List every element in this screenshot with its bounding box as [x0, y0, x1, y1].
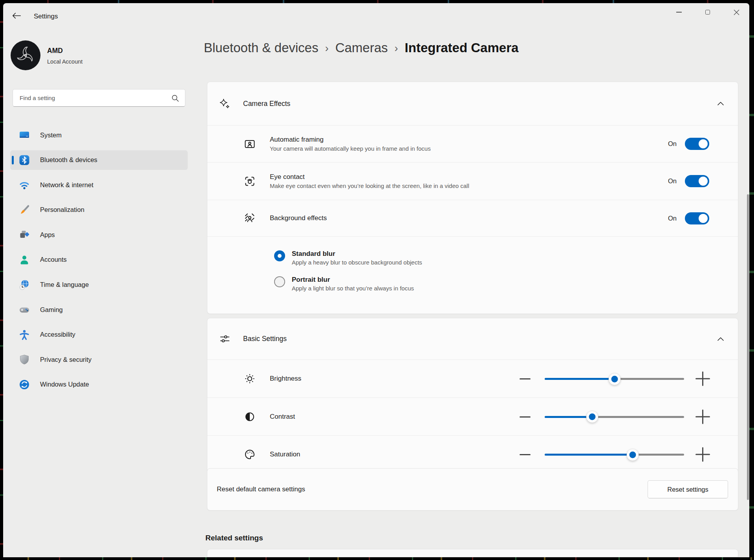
sidebar-item-windows-update[interactable]: Windows Update [10, 375, 188, 394]
radio-title: Portrait blur [292, 276, 414, 284]
decrease-button[interactable] [520, 416, 531, 418]
settings-window: Settings AMD Local Account Find a settin… [3, 3, 749, 557]
maximize-button[interactable] [699, 5, 717, 20]
sparkle-icon [220, 99, 230, 109]
toggle-knob [699, 139, 708, 148]
setting-title: Automatic framing [270, 136, 431, 144]
personalization-icon [19, 204, 30, 215]
setting-title: Eye contact [270, 173, 469, 181]
breadcrumb: Bluetooth & devices › Cameras › Integrat… [204, 37, 518, 59]
slider-label: Brightness [270, 375, 301, 383]
slider-knob[interactable] [608, 373, 620, 385]
decrease-button[interactable] [520, 378, 531, 379]
contrast-slider[interactable] [545, 416, 684, 418]
camera-effects-header[interactable]: Camera Effects [207, 82, 738, 125]
radio-subtitle: Apply a light blur so that you’re always… [292, 285, 414, 292]
increase-button[interactable] [695, 447, 710, 462]
saturation-slider[interactable] [545, 454, 684, 456]
toggle-state-label: On [668, 177, 677, 185]
portrait-blur-radio[interactable] [274, 276, 285, 287]
breadcrumb-bluetooth-devices[interactable]: Bluetooth & devices [204, 40, 318, 55]
reset-settings-button[interactable]: Reset settings [648, 480, 728, 498]
related-settings-heading: Related settings [205, 534, 263, 542]
slider-knob[interactable] [626, 449, 639, 461]
background-effects-toggle[interactable] [685, 212, 709, 224]
close-button[interactable] [727, 5, 745, 20]
chevron-right-icon: › [395, 42, 398, 55]
toggle-state-label: On [668, 215, 677, 222]
slider-fill [545, 378, 615, 380]
saturation-icon [244, 449, 256, 460]
time-language-icon [19, 279, 30, 290]
sidebar-item-privacy-security[interactable]: Privacy & security [10, 350, 188, 369]
sidebar-item-accessibility[interactable]: Accessibility [10, 325, 188, 345]
toggle-state-label: On [668, 140, 677, 148]
page-title: Integrated Camera [405, 40, 519, 55]
portrait-blur-option[interactable]: Portrait blur Apply a light blur so that… [274, 276, 738, 292]
brightness-slider[interactable] [545, 378, 684, 380]
gaming-icon [19, 304, 30, 315]
brightness-row: Brightness [207, 359, 738, 398]
chevron-right-icon: › [325, 42, 329, 55]
sidebar-nav: System Bluetooth & devices Network & int… [10, 125, 188, 400]
eye-contact-toggle[interactable] [685, 175, 709, 187]
slider-fill [545, 454, 633, 456]
account-name: AMD [47, 47, 63, 55]
camera-effects-card: Camera Effects Automatic framing Your ca… [207, 82, 738, 314]
sidebar-item-system[interactable]: System [10, 125, 188, 145]
maximize-icon [705, 10, 710, 15]
slider-knob[interactable] [586, 411, 598, 423]
window-title: Settings [34, 13, 58, 20]
network-icon [19, 179, 30, 190]
account-type: Local Account [47, 58, 82, 65]
sidebar-item-time-language[interactable]: Time & language [10, 275, 188, 295]
background-effects-icon [244, 212, 256, 224]
minimize-button[interactable] [670, 5, 688, 20]
arrow-left-icon [11, 11, 22, 20]
desktop-edge-top [0, 0, 754, 3]
sidebar-item-accounts[interactable]: Accounts [10, 250, 188, 270]
decrease-button[interactable] [520, 454, 531, 455]
bluetooth-icon [19, 155, 30, 166]
sliders-icon [220, 334, 230, 344]
breadcrumb-cameras[interactable]: Cameras [335, 40, 388, 55]
sidebar-item-gaming[interactable]: Gaming [10, 300, 188, 319]
eye-contact-row: Eye contact Make eye contact even when y… [207, 162, 738, 200]
increase-button[interactable] [695, 372, 710, 386]
automatic-framing-toggle[interactable] [685, 138, 709, 150]
desktop-edge-bottom [0, 557, 754, 560]
standard-blur-radio[interactable] [274, 250, 285, 261]
scrollbar-thumb[interactable] [747, 194, 749, 500]
back-button[interactable] [9, 9, 24, 22]
radio-subtitle: Apply a heavy blur to obscure background… [292, 259, 422, 266]
automatic-framing-row: Automatic framing Your camera will autom… [207, 125, 738, 162]
saturation-row: Saturation [207, 435, 738, 473]
basic-settings-header[interactable]: Basic Settings [207, 318, 738, 359]
reset-card: Reset default camera settings Reset sett… [207, 468, 738, 511]
system-icon [19, 130, 30, 140]
brightness-icon [244, 373, 256, 385]
sidebar-item-personalization[interactable]: Personalization [10, 200, 188, 220]
accounts-icon [19, 254, 30, 265]
sidebar-item-bluetooth-devices[interactable]: Bluetooth & devices [10, 150, 188, 170]
chevron-up-icon[interactable] [717, 102, 724, 106]
desktop-edge-left [0, 0, 3, 560]
sidebar-item-apps[interactable]: Apps [10, 225, 188, 244]
standard-blur-option[interactable]: Standard blur Apply a heavy blur to obsc… [274, 250, 738, 266]
setting-title: Background effects [270, 214, 327, 222]
section-title: Basic Settings [243, 335, 287, 343]
contrast-icon [244, 411, 256, 423]
search-input[interactable]: Find a setting [13, 89, 185, 107]
chevron-up-icon[interactable] [717, 337, 724, 341]
avatar[interactable] [11, 40, 40, 70]
basic-settings-card: Basic Settings Brightness [207, 318, 738, 473]
slider-label: Saturation [270, 451, 300, 458]
sidebar-item-network-internet[interactable]: Network & internet [10, 175, 188, 195]
setting-subtitle: Your camera will automatically keep you … [270, 145, 431, 152]
increase-button[interactable] [695, 409, 710, 424]
search-placeholder: Find a setting [20, 95, 171, 101]
automatic-framing-icon [244, 138, 256, 150]
section-title: Camera Effects [243, 100, 290, 108]
background-effects-row: Background effects On [207, 200, 738, 236]
blur-options: Standard blur Apply a heavy blur to obsc… [207, 236, 738, 292]
